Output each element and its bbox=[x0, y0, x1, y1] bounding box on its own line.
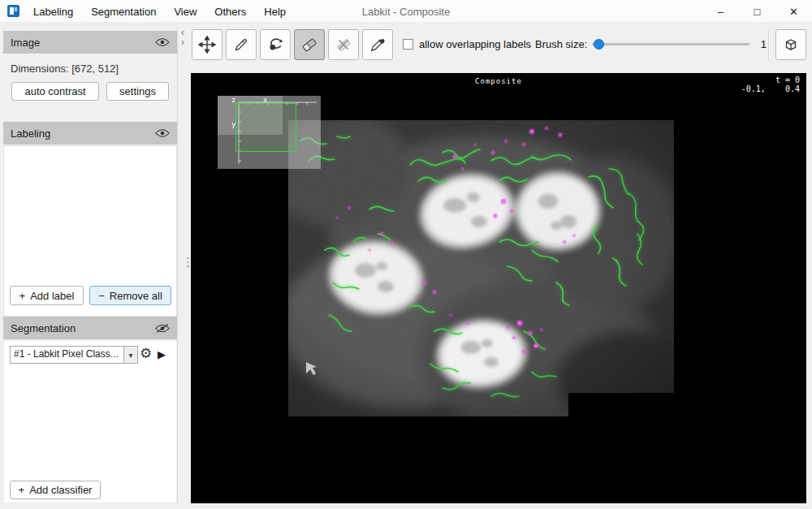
volume-navigation-overlay[interactable]: z x y bbox=[218, 96, 321, 169]
timepoint-label: t = 0 bbox=[741, 75, 800, 84]
auto-contrast-button[interactable]: auto contrast bbox=[11, 82, 99, 101]
erase-tool-button[interactable] bbox=[294, 29, 325, 60]
menu-others[interactable]: Others bbox=[205, 0, 255, 23]
app-icon bbox=[6, 4, 20, 18]
classifier-dropdown-arrow-icon[interactable]: ▾ bbox=[124, 346, 138, 364]
image-section-title: Image bbox=[11, 37, 40, 49]
add-classifier-button[interactable]: + Add classifier bbox=[10, 481, 101, 499]
add-label-button-label: Add label bbox=[30, 290, 74, 302]
sidebar-right-border bbox=[177, 26, 178, 503]
remove-all-button-label: Remove all bbox=[110, 290, 162, 302]
menu-help[interactable]: Help bbox=[255, 0, 295, 23]
view-bounds-rectangle[interactable] bbox=[235, 103, 296, 152]
menu-view[interactable]: View bbox=[165, 0, 205, 23]
window-title: Labkit - Composite bbox=[362, 0, 450, 23]
brush-size-label: Brush size: bbox=[535, 38, 587, 50]
classifier-settings-gear-icon[interactable]: ⚙ bbox=[140, 345, 152, 363]
close-button[interactable]: ✕ bbox=[775, 0, 812, 23]
allow-overlapping-label: allow overlapping labels bbox=[419, 38, 531, 50]
classifier-train-play-icon[interactable]: ▶ bbox=[158, 347, 166, 363]
pipette-icon bbox=[369, 36, 387, 54]
remove-blob-icon bbox=[335, 36, 352, 54]
flood-fill-tool-button[interactable] bbox=[260, 29, 291, 60]
image-section-header: Image bbox=[3, 31, 177, 54]
plus-icon: + bbox=[19, 484, 25, 496]
labkit-logo-icon bbox=[6, 4, 20, 18]
add-label-button[interactable]: + Add label bbox=[10, 286, 84, 305]
plus-icon: + bbox=[19, 290, 26, 302]
remove-blob-tool-button[interactable] bbox=[328, 29, 359, 60]
labeling-visibility-eye-icon[interactable] bbox=[155, 128, 170, 138]
segmentation-section-header: Segmentation bbox=[3, 317, 177, 339]
settings-button[interactable]: settings bbox=[106, 82, 169, 101]
menu-labeling[interactable]: Labeling bbox=[24, 0, 82, 23]
menu-segmentation[interactable]: Segmentation bbox=[82, 0, 165, 23]
microscopy-image bbox=[288, 120, 674, 416]
window-controls: – □ ✕ bbox=[702, 0, 812, 23]
image-dimensions-label: Dimensions: [672, 512] bbox=[11, 63, 119, 75]
labeling-section-title: Labeling bbox=[11, 127, 50, 140]
toolbar-separator bbox=[768, 28, 769, 61]
microscopy-image-wrapper bbox=[288, 120, 674, 416]
allow-overlapping-checkbox[interactable] bbox=[403, 39, 413, 50]
move-icon bbox=[198, 36, 216, 54]
image-visibility-eye-icon[interactable] bbox=[155, 37, 170, 47]
add-classifier-button-label: Add classifier bbox=[29, 484, 92, 496]
titlebar: Labeling Segmentation View Others Help L… bbox=[0, 0, 812, 23]
flood-fill-icon bbox=[266, 36, 284, 54]
brush-size-value: 1 bbox=[752, 38, 767, 50]
slider-track bbox=[592, 43, 749, 45]
slider-thumb[interactable] bbox=[594, 39, 604, 50]
segmentation-visibility-eye-off-icon[interactable] bbox=[155, 323, 170, 334]
draw-tool-button[interactable] bbox=[226, 29, 257, 60]
collapse-left-chevron-icon[interactable]: ‹ bbox=[181, 28, 184, 37]
cursor-coordinates-label: -0.1, 0.4 bbox=[741, 84, 800, 93]
maximize-button[interactable]: □ bbox=[739, 0, 775, 23]
eraser-icon bbox=[300, 36, 318, 54]
minus-icon: − bbox=[98, 290, 105, 302]
move-tool-button[interactable] bbox=[192, 29, 222, 60]
minimize-button[interactable]: – bbox=[702, 0, 739, 23]
labeling-section-header: Labeling bbox=[3, 122, 177, 145]
composite-channel-label: Composite bbox=[191, 77, 806, 85]
menu-bar: Labeling Segmentation View Others Help bbox=[24, 0, 295, 23]
pencil-icon bbox=[232, 36, 250, 54]
remove-all-button[interactable]: − Remove all bbox=[89, 286, 171, 305]
segmentation-section-title: Segmentation bbox=[11, 322, 76, 334]
cube-3d-icon bbox=[781, 35, 801, 54]
classifier-dropdown[interactable]: #1 - Labkit Pixel Class... bbox=[10, 346, 124, 364]
brush-size-slider[interactable] bbox=[592, 36, 749, 52]
select-label-tool-button[interactable] bbox=[362, 29, 393, 60]
image-viewer-canvas[interactable]: z x y Composite t = 0 -0.1, 0.4 bbox=[191, 73, 806, 503]
viewer-status-text: t = 0 -0.1, 0.4 bbox=[741, 75, 800, 93]
3d-view-button[interactable] bbox=[775, 29, 806, 60]
classifier-list bbox=[3, 340, 177, 503]
collapse-right-chevron-icon[interactable]: › bbox=[181, 38, 184, 46]
